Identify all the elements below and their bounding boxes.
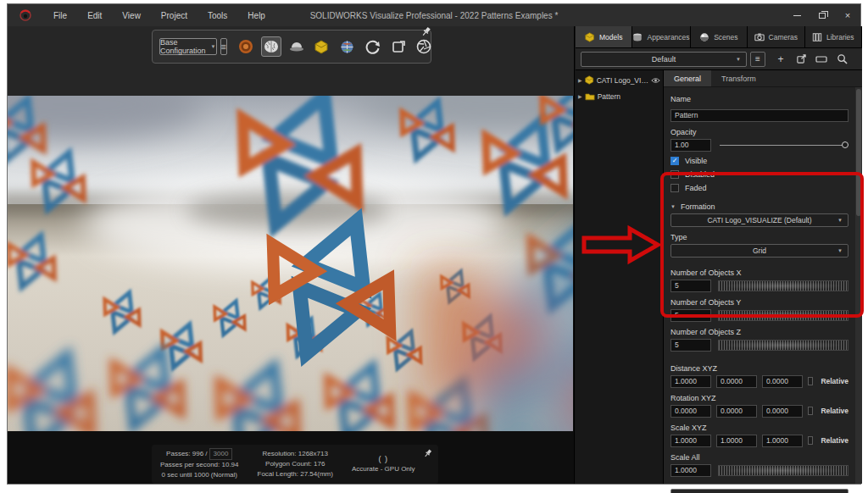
appearance-target-icon — [238, 39, 253, 54]
menu-view[interactable]: View — [114, 8, 149, 23]
add-model-set-button[interactable]: + — [774, 53, 787, 66]
distance-y-field[interactable] — [716, 375, 757, 388]
tree-item-pattern[interactable]: ▶ Pattern — [576, 88, 663, 104]
model-set-row: Default ▼ ≡ + — [576, 48, 862, 70]
scale-all-dial[interactable] — [718, 465, 849, 476]
rotation-z-field[interactable] — [762, 405, 803, 418]
tab-appearances[interactable]: Appearances — [632, 26, 690, 47]
model-set-value: Default — [652, 55, 676, 64]
objects-z-dial[interactable] — [718, 340, 849, 351]
opacity-label: Opacity — [670, 128, 849, 136]
tab-scenes[interactable]: Scenes — [691, 26, 748, 47]
visibility-eye-icon[interactable] — [651, 77, 660, 84]
properties-scrollbar[interactable] — [855, 87, 862, 484]
model-tree: ▶ CATI Logo_VISUAL... ▶ Pattern — [576, 70, 664, 484]
disabled-checkbox[interactable] — [670, 170, 679, 179]
faded-label: Faded — [685, 184, 707, 192]
faded-checkbox[interactable] — [670, 184, 679, 192]
disabled-check-row: Disabled — [670, 170, 849, 179]
minimize-icon — [793, 15, 801, 16]
easy-mode-button[interactable] — [261, 36, 281, 57]
visualize-app-icon — [18, 8, 33, 22]
menu-tools[interactable]: Tools — [199, 8, 236, 23]
configuration-menu-button[interactable]: ≡ — [220, 38, 227, 55]
type-dropdown[interactable]: Grid ▼ — [670, 244, 849, 258]
opacity-slider[interactable] — [720, 139, 849, 151]
opacity-field[interactable] — [670, 139, 711, 152]
gpu-mode-icon: ( ) — [352, 454, 415, 464]
type-label: Type — [670, 233, 849, 241]
title-bar: File Edit View Project Tools Help SOLIDW… — [8, 4, 860, 26]
menu-file[interactable]: File — [45, 8, 75, 23]
tab-label: Libraries — [826, 33, 854, 42]
tab-general[interactable]: General — [664, 70, 711, 86]
restore-icon — [819, 13, 826, 19]
configuration-dropdown[interactable]: Base Configuration ▼ — [159, 38, 217, 55]
scale-all-field[interactable] — [670, 464, 711, 477]
polygon-count-text: Polygon Count: 176 — [258, 459, 333, 469]
objects-z-field[interactable] — [670, 339, 711, 352]
models-cube-icon — [585, 32, 595, 42]
distance-z-field[interactable] — [762, 375, 803, 388]
close-button[interactable]: × — [835, 4, 860, 26]
environment-button[interactable] — [287, 36, 307, 57]
rotation-x-field[interactable] — [670, 405, 711, 418]
scale-y-field[interactable] — [716, 435, 757, 447]
tab-cameras[interactable]: Cameras — [748, 26, 804, 47]
distance-relative-checkbox[interactable] — [808, 377, 813, 385]
formation-pattern-dropdown[interactable]: CATI Logo_VISUALIZE (Default) ▼ — [670, 213, 849, 227]
tab-models[interactable]: Models — [576, 26, 632, 47]
scale-relative-checkbox[interactable] — [808, 436, 813, 445]
model-cube-icon — [585, 75, 594, 85]
search-button[interactable] — [835, 53, 849, 66]
visible-label: Visible — [685, 157, 707, 165]
render-button[interactable] — [414, 36, 434, 57]
snapshot-button[interactable] — [388, 36, 409, 57]
tree-item-cati-logo[interactable]: ▶ CATI Logo_VISUAL... — [576, 72, 663, 88]
expand-caret-icon[interactable]: ▶ — [578, 93, 582, 99]
reset-button[interactable]: Reset — [670, 489, 849, 493]
models-button[interactable] — [312, 36, 332, 57]
scale-z-field[interactable] — [762, 435, 803, 447]
type-value: Grid — [753, 246, 766, 255]
rotation-relative-label: Relative — [821, 407, 849, 415]
render-bar-button[interactable] — [815, 53, 828, 66]
objects-x-field[interactable] — [670, 280, 711, 292]
name-label: Name — [670, 95, 849, 103]
model-set-menu-button[interactable]: ≡ — [750, 52, 765, 67]
distance-x-field[interactable] — [670, 375, 711, 388]
expand-caret-icon[interactable]: ▶ — [578, 77, 582, 83]
status-scene-column: Resolution: 1268x713 Polygon Count: 176 … — [258, 449, 333, 479]
turntable-button[interactable] — [363, 36, 383, 57]
minimize-button[interactable] — [784, 4, 810, 26]
objects-y-dial[interactable] — [718, 310, 849, 321]
formation-pattern-value: CATI Logo_VISUALIZE (Default) — [707, 216, 811, 224]
scrollbar-thumb[interactable] — [856, 89, 861, 216]
tab-label: Models — [599, 33, 622, 42]
restore-button[interactable] — [810, 4, 835, 26]
scale-x-field[interactable] — [670, 435, 711, 447]
visible-checkbox[interactable]: ✓ — [670, 157, 679, 165]
rotation-relative-checkbox[interactable] — [808, 407, 813, 415]
pin-icon[interactable] — [423, 448, 433, 458]
distance-xyz-label: Distance XYZ — [670, 364, 849, 373]
scene-button[interactable] — [337, 36, 358, 57]
render-viewport[interactable] — [8, 96, 573, 431]
formation-section-header[interactable]: ▼ Formation — [670, 202, 849, 211]
tab-transform[interactable]: Transform — [711, 70, 766, 86]
model-set-dropdown[interactable]: Default ▼ — [581, 52, 747, 67]
pin-icon[interactable] — [420, 25, 432, 37]
rotation-y-field[interactable] — [716, 405, 757, 418]
slider-thumb[interactable] — [842, 141, 849, 148]
name-field[interactable] — [670, 109, 849, 122]
right-panel: Models Appearances Scenes Cameras — [576, 26, 862, 484]
objects-y-field[interactable] — [670, 309, 711, 322]
tab-libraries[interactable]: Libraries — [805, 26, 862, 47]
menu-help[interactable]: Help — [239, 8, 274, 23]
passes-total-field[interactable]: 3000 — [209, 448, 233, 460]
export-button[interactable] — [794, 53, 808, 66]
menu-edit[interactable]: Edit — [79, 8, 110, 23]
appearance-target-button[interactable] — [236, 36, 256, 57]
objects-x-dial[interactable] — [718, 280, 849, 291]
menu-project[interactable]: Project — [153, 8, 196, 23]
